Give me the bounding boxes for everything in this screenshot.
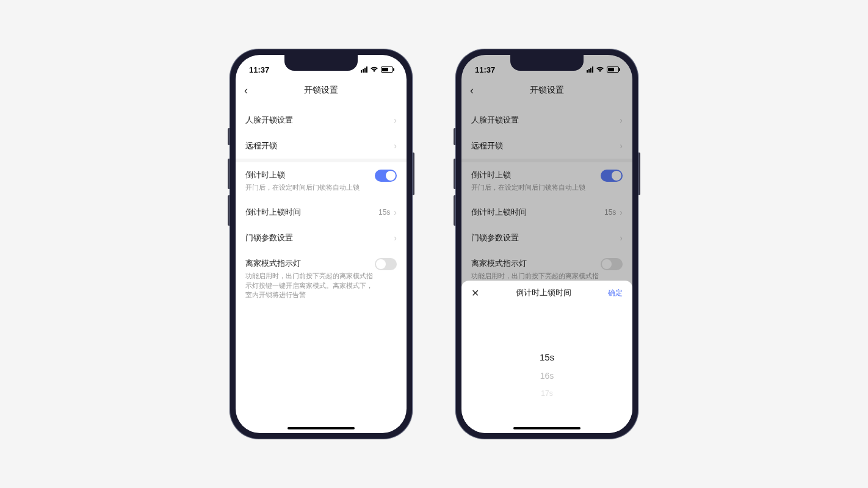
time-picker[interactable]: 15s 16s 17s [461,348,632,402]
picker-option[interactable]: 16s [461,367,632,385]
picker-option-selected[interactable]: 15s [461,348,632,367]
row-label: 离家模式指示灯 [245,258,375,269]
page-title: 开锁设置 [304,85,338,96]
countdown-lock-toggle[interactable] [375,170,397,182]
away-mode-toggle[interactable] [375,258,397,270]
chevron-right-icon: › [394,233,397,243]
row-sublabel: 开门后，在设定时间后门锁将自动上锁 [245,183,375,192]
home-indicator[interactable] [513,427,580,429]
notch [510,55,584,71]
time-picker-sheet: ✕ 倒计时上锁时间 确定 15s 16s 17s [461,281,632,433]
phone-frame-left: 11:37 ‹ 开锁设置 人脸开锁设置 › 远程开锁 › [230,49,413,439]
sheet-title: 倒计时上锁时间 [516,287,571,298]
row-countdown-time[interactable]: 倒计时上锁时间 15s › [236,199,407,225]
row-lock-params[interactable]: 门锁参数设置 › [236,225,407,251]
row-value: 15s [378,208,390,217]
row-countdown-lock: 倒计时上锁 开门后，在设定时间后门锁将自动上锁 [236,162,407,199]
home-indicator[interactable] [288,427,355,429]
navbar: ‹ 开锁设置 [236,79,407,101]
screen-left: 11:37 ‹ 开锁设置 人脸开锁设置 › 远程开锁 › [236,55,407,433]
row-away-mode: 离家模式指示灯 功能启用时，出门前按下亮起的离家模式指示灯按键一键开启离家模式。… [236,251,407,307]
row-label: 倒计时上锁 [245,170,375,181]
close-button[interactable]: ✕ [471,287,479,299]
sheet-header: ✕ 倒计时上锁时间 确定 [461,281,632,305]
row-label: 倒计时上锁时间 [245,207,378,218]
picker-option[interactable]: 17s [461,385,632,402]
row-remote-unlock[interactable]: 远程开锁 › [236,133,407,159]
confirm-button[interactable]: 确定 [608,288,623,298]
status-icons [361,65,393,74]
row-label: 门锁参数设置 [245,232,394,243]
phone-frame-right: 11:37 ‹ 开锁设置 人脸开锁设置 › 远程开锁 › [455,49,638,439]
chevron-right-icon: › [394,207,397,217]
row-sublabel: 功能启用时，出门前按下亮起的离家模式指示灯按键一键开启离家模式。离家模式下，室内… [245,271,375,300]
notch [284,55,358,71]
row-face-unlock[interactable]: 人脸开锁设置 › [236,107,407,133]
screen-right: 11:37 ‹ 开锁设置 人脸开锁设置 › 远程开锁 › [461,55,632,433]
back-button[interactable]: ‹ [244,85,248,96]
chevron-right-icon: › [394,115,397,125]
row-label: 远程开锁 [245,140,394,151]
battery-icon [381,66,393,73]
settings-list: 人脸开锁设置 › 远程开锁 › 倒计时上锁 开门后，在设定时间后门锁将自动上锁 … [236,101,407,307]
row-label: 人脸开锁设置 [245,115,394,126]
status-time: 11:37 [249,65,269,74]
signal-icon [361,66,367,73]
chevron-right-icon: › [394,141,397,151]
wifi-icon [370,65,378,74]
